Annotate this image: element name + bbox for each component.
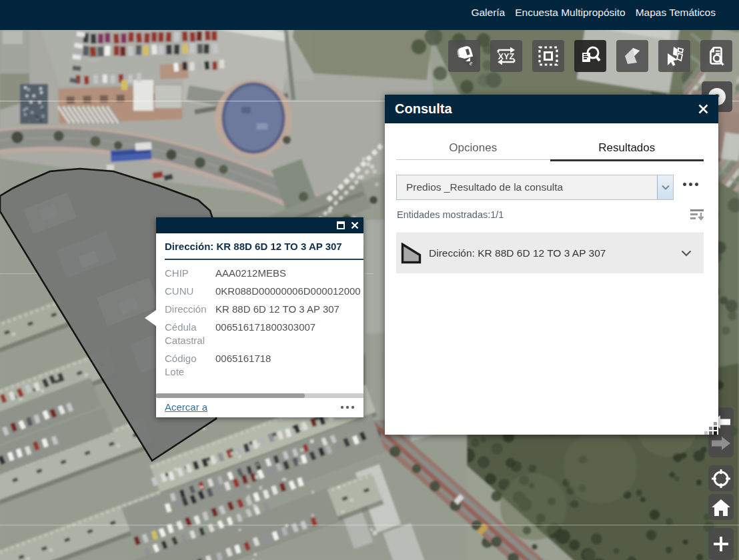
svg-text:e: e	[470, 59, 473, 67]
svg-text:XYZ: XYZ	[498, 52, 515, 61]
